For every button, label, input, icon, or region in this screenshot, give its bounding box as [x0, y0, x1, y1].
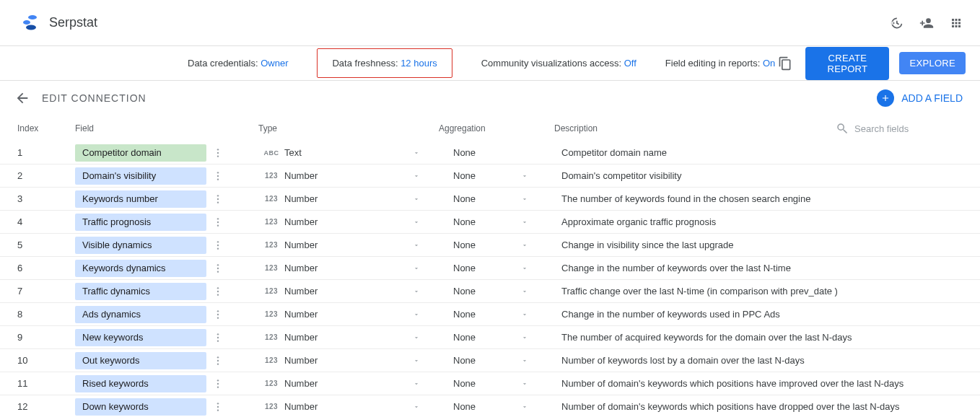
chevron-down-icon[interactable]: [521, 311, 547, 318]
setting-field-editing[interactable]: Field editing in reports: On: [665, 58, 775, 69]
aggregation-cell[interactable]: None: [439, 401, 547, 412]
more-vert-icon[interactable]: [212, 170, 224, 182]
setting-data-freshness[interactable]: Data freshness: 12 hours: [317, 48, 452, 78]
svg-point-9: [217, 195, 219, 196]
aggregation-cell[interactable]: None: [439, 263, 547, 273]
back-arrow-icon[interactable]: [14, 90, 30, 106]
aggregation-cell[interactable]: None: [439, 309, 547, 320]
type-cell[interactable]: 123Number: [258, 286, 439, 297]
type-cell[interactable]: 123Number: [258, 193, 439, 204]
add-person-icon[interactable]: [919, 16, 934, 30]
field-chip[interactable]: Traffic prognosis: [75, 214, 206, 231]
type-cell[interactable]: 123Number: [258, 332, 439, 343]
field-chip[interactable]: Out keywords: [75, 352, 206, 369]
more-vert-icon[interactable]: [212, 240, 224, 251]
field-chip[interactable]: Traffic dynamics: [75, 283, 206, 300]
search-fields[interactable]: [836, 122, 966, 135]
type-cell[interactable]: 123Number: [258, 263, 439, 273]
table-body: 1Competitor domainABCTextNoneCompetitor …: [0, 141, 980, 417]
more-vert-icon[interactable]: [212, 401, 224, 413]
create-report-button[interactable]: Create Report: [805, 47, 889, 80]
more-vert-icon[interactable]: [212, 147, 224, 159]
field-chip[interactable]: Domain's visibility: [75, 167, 206, 185]
chevron-down-icon[interactable]: [521, 219, 547, 226]
chevron-down-icon[interactable]: [413, 172, 439, 180]
svg-point-31: [217, 359, 219, 361]
field-chip[interactable]: New keywords: [75, 329, 206, 346]
field-chip[interactable]: Keywords number: [75, 190, 206, 208]
aggregation-cell[interactable]: None: [439, 355, 547, 366]
table-header: Index Field Type Aggregation Description: [0, 115, 980, 141]
chevron-down-icon[interactable]: [521, 265, 547, 272]
setting-community-viz[interactable]: Community visualizations access: Off: [481, 58, 636, 69]
chevron-down-icon[interactable]: [521, 196, 547, 203]
field-chip[interactable]: Keywords dynamics: [75, 260, 206, 277]
type-cell[interactable]: ABCText: [258, 147, 439, 158]
chevron-down-icon[interactable]: [521, 288, 547, 295]
svg-point-0: [28, 15, 37, 19]
aggregation-cell[interactable]: None: [439, 378, 547, 389]
more-vert-icon[interactable]: [212, 216, 224, 228]
description-cell: Approximate organic traffic prognosis: [547, 216, 966, 227]
more-vert-icon[interactable]: [212, 355, 224, 366]
chevron-down-icon[interactable]: [413, 196, 439, 203]
field-chip[interactable]: Rised keywords: [75, 375, 206, 392]
chevron-down-icon[interactable]: [413, 288, 439, 295]
chevron-down-icon[interactable]: [521, 334, 547, 341]
aggregation-cell[interactable]: None: [439, 193, 547, 204]
apps-grid-icon[interactable]: [950, 17, 963, 30]
chevron-down-icon[interactable]: [413, 403, 439, 411]
type-cell[interactable]: 123Number: [258, 378, 439, 389]
chevron-down-icon[interactable]: [521, 172, 547, 180]
aggregation-cell[interactable]: None: [439, 332, 547, 343]
svg-point-5: [217, 155, 219, 157]
aggregation-cell[interactable]: None: [439, 216, 547, 227]
type-cell[interactable]: 123Number: [258, 170, 439, 181]
type-label: Number: [284, 309, 413, 320]
type-cell[interactable]: 123Number: [258, 309, 439, 320]
field-chip[interactable]: Ads dynamics: [75, 306, 206, 323]
chevron-down-icon[interactable]: [413, 149, 439, 157]
more-vert-icon[interactable]: [212, 309, 224, 320]
chevron-down-icon[interactable]: [413, 380, 439, 387]
aggregation-cell[interactable]: None: [439, 170, 547, 181]
chevron-down-icon[interactable]: [521, 357, 547, 364]
setting-data-credentials[interactable]: Data credentials: Owner: [188, 58, 288, 69]
field-chip[interactable]: Down keywords: [75, 398, 206, 416]
field-cell: Keywords number: [75, 190, 258, 208]
chevron-down-icon[interactable]: [413, 311, 439, 318]
more-vert-icon[interactable]: [212, 286, 224, 297]
chevron-down-icon[interactable]: [521, 242, 547, 249]
type-cell[interactable]: 123Number: [258, 401, 439, 412]
svg-point-14: [217, 224, 219, 226]
field-cell: Domain's visibility: [75, 167, 258, 185]
chevron-down-icon[interactable]: [413, 334, 439, 341]
svg-point-30: [217, 356, 219, 358]
type-cell[interactable]: 123Number: [258, 355, 439, 366]
copy-icon[interactable]: [775, 51, 795, 76]
type-cell[interactable]: 123Number: [258, 240, 439, 250]
svg-point-32: [217, 363, 219, 364]
type-cell[interactable]: 123Number: [258, 216, 439, 227]
chevron-down-icon[interactable]: [521, 380, 547, 387]
add-field-button[interactable]: ADD A FIELD: [877, 89, 963, 107]
svg-point-27: [217, 333, 219, 335]
aggregation-cell[interactable]: None: [439, 286, 547, 297]
type-label: Number: [284, 378, 413, 389]
more-vert-icon[interactable]: [212, 332, 224, 343]
more-vert-icon[interactable]: [212, 378, 224, 390]
field-chip[interactable]: Competitor domain: [75, 144, 206, 162]
chevron-down-icon[interactable]: [413, 265, 439, 272]
chevron-down-icon[interactable]: [413, 357, 439, 364]
more-vert-icon[interactable]: [212, 263, 224, 274]
field-chip[interactable]: Visible dynamics: [75, 237, 206, 254]
field-cell: Traffic dynamics: [75, 283, 258, 300]
chevron-down-icon[interactable]: [413, 219, 439, 226]
chevron-down-icon[interactable]: [413, 242, 439, 249]
aggregation-cell[interactable]: None: [439, 240, 547, 250]
history-icon[interactable]: [889, 16, 904, 30]
chevron-down-icon[interactable]: [521, 403, 547, 411]
search-input[interactable]: [854, 123, 948, 134]
explore-button[interactable]: Explore: [899, 52, 966, 74]
more-vert-icon[interactable]: [212, 193, 224, 205]
